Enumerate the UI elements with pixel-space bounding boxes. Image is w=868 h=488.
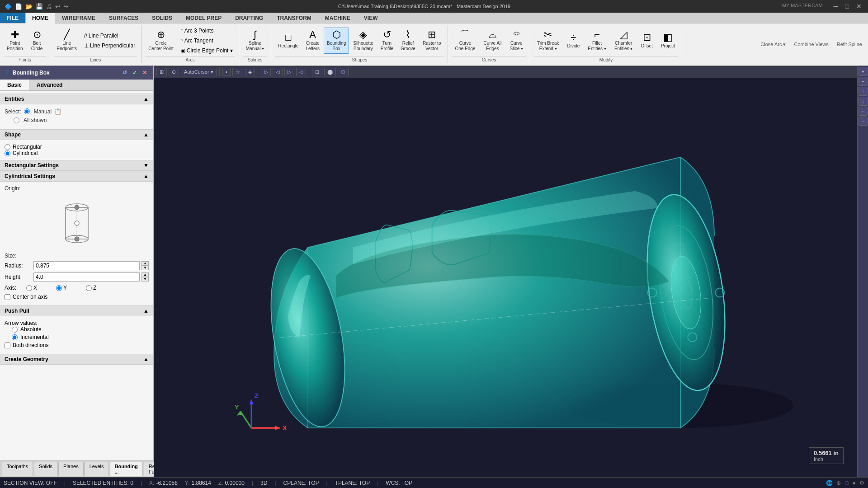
rp-btn-6[interactable]: →	[859, 117, 868, 126]
redo-icon[interactable]: ↪	[62, 3, 69, 10]
tab-machine[interactable]: MACHINE	[318, 13, 357, 23]
help-button[interactable]: ?	[5, 69, 9, 77]
tab-bounding[interactable]: Bounding ...	[110, 462, 143, 476]
btn-turn-profile[interactable]: ↺ TurnProfile	[377, 28, 396, 54]
ok-btn[interactable]: ✓	[131, 69, 139, 76]
rect-settings-header[interactable]: Rectangular Settings ▼	[0, 160, 153, 171]
vp-render1-btn[interactable]: ▷	[261, 68, 271, 76]
btn-divide[interactable]: ÷ Divide	[564, 30, 583, 51]
tab-home[interactable]: HOME	[25, 13, 55, 23]
print-icon[interactable]: 🖨	[45, 3, 53, 10]
vp-render4-btn[interactable]: ◁	[296, 68, 306, 76]
tab-view[interactable]: VIEW	[357, 13, 385, 23]
rectangular-radio[interactable]	[5, 144, 10, 150]
manual-radio[interactable]	[24, 108, 30, 114]
btn-create-letters[interactable]: A CreateLetters	[302, 28, 323, 54]
btn-spline-manual[interactable]: ∫ SplineManual ▾	[243, 28, 268, 54]
tab-file[interactable]: FILE	[0, 13, 25, 23]
tab-drafting[interactable]: DRAFTING	[228, 13, 270, 23]
btn-fillet[interactable]: ⌐ FilletEntities ▾	[585, 28, 609, 54]
tab-planes[interactable]: Planes	[58, 462, 84, 476]
recycle-btn[interactable]: ↺	[121, 69, 129, 76]
vp-trans-btn[interactable]: ⬡	[338, 68, 349, 76]
status-icon-5[interactable]: ⚙	[859, 480, 864, 486]
all-shown-radio[interactable]	[14, 117, 19, 123]
btn-trim-break[interactable]: ✂ Trim BreakExtend ▾	[534, 28, 562, 54]
tab-transform[interactable]: TRANSFORM	[270, 13, 318, 23]
btn-raster-vector[interactable]: ⊞ Raster toVector	[420, 28, 444, 54]
status-icon-3[interactable]: ⬡	[844, 480, 849, 486]
btn-point-position[interactable]: ✚ PointPosition	[4, 28, 26, 54]
btn-curve-one-edge[interactable]: ⌒ CurveOne Edge	[452, 28, 478, 54]
both-directions-checkbox[interactable]	[5, 343, 10, 348]
axis-y-radio[interactable]	[56, 285, 62, 291]
incremental-radio[interactable]	[12, 334, 18, 340]
rp-btn-2[interactable]: −	[859, 77, 868, 86]
btn-silhouette[interactable]: ◈ SilhouetteBoundary	[350, 28, 376, 54]
rp-btn-5[interactable]: ←	[859, 107, 868, 116]
btn-bounding-box[interactable]: ⬡ BoundingBox	[324, 28, 349, 54]
tab-surfaces[interactable]: SURFACES	[102, 13, 145, 23]
maximize-btn[interactable]: □	[843, 2, 852, 11]
height-input[interactable]	[33, 272, 140, 282]
vp-view2-btn[interactable]: ☆	[232, 68, 243, 76]
btn-arc-tangent[interactable]: ◝ Arc Tangent	[179, 36, 235, 45]
undo-icon[interactable]: ↩	[54, 3, 61, 10]
btn-project[interactable]: ◧ Project	[658, 30, 678, 51]
tab-solids[interactable]: SOLIDS	[145, 13, 179, 23]
entities-header[interactable]: Entities ▲	[0, 94, 153, 104]
vp-render2-btn[interactable]: ◁	[273, 68, 283, 76]
tab-wireframe[interactable]: WIREFRAME	[55, 13, 102, 23]
app-icon[interactable]: 🔷	[4, 3, 13, 10]
vp-view3-btn[interactable]: ◈	[245, 68, 255, 76]
vp-view1-btn[interactable]: •	[222, 68, 231, 76]
save-icon[interactable]: 💾	[35, 3, 44, 10]
tab-toolpaths[interactable]: Toolpaths	[2, 462, 33, 476]
btn-line-perpendicular[interactable]: ⊥ Line Perpendicular	[82, 41, 137, 50]
vp-wire-btn[interactable]: ⊡	[312, 68, 322, 76]
height-down-btn[interactable]: ▼	[142, 277, 149, 282]
absolute-radio[interactable]	[12, 327, 18, 333]
btn-line-endpoints[interactable]: ╱ LineEndpoints	[54, 28, 80, 54]
btn-curve-all-edges[interactable]: ⌓ Curve AllEdges	[481, 28, 505, 54]
radius-down-btn[interactable]: ▼	[142, 266, 149, 270]
status-icon-1[interactable]: 🌐	[826, 480, 833, 486]
btn-offset[interactable]: ⊡ Offset	[637, 30, 656, 51]
btn-circle-edge[interactable]: ◉ Circle Edge Point ▾	[179, 46, 235, 55]
shape-header[interactable]: Shape ▲	[0, 129, 153, 140]
btn-circle-center[interactable]: ⊕ CircleCenter Point	[145, 28, 177, 54]
new-icon[interactable]: 📄	[14, 3, 23, 10]
close-btn[interactable]: ✕	[854, 2, 864, 11]
btn-close-arc[interactable]: Close Arc ▾	[758, 40, 788, 49]
height-up-btn[interactable]: ▲	[142, 272, 149, 277]
btn-arc-3points[interactable]: ◜ Arc 3 Points	[179, 26, 235, 35]
rp-btn-1[interactable]: +	[859, 67, 868, 76]
tab-advanced[interactable]: Advanced	[29, 80, 70, 90]
axis-z-radio[interactable]	[86, 285, 92, 291]
btn-curve-slice[interactable]: ⌔ CurveSlice ▾	[507, 28, 526, 54]
tab-solids[interactable]: Solids	[34, 462, 57, 476]
tab-levels[interactable]: Levels	[85, 462, 109, 476]
select-icon[interactable]: 📋	[54, 108, 61, 115]
btn-combine-views[interactable]: Combine Views	[792, 40, 831, 48]
cyl-settings-header[interactable]: Cylindrical Settings ▲	[0, 171, 153, 182]
rp-btn-4[interactable]: ↓	[859, 97, 868, 106]
status-icon-4[interactable]: ●	[853, 480, 856, 486]
rp-btn-3[interactable]: ↑	[859, 87, 868, 96]
radius-input[interactable]	[33, 261, 140, 270]
push-pull-header[interactable]: Push Pull ▲	[0, 305, 153, 316]
model-area[interactable]: X Y Z 0.5661 in Inch	[154, 78, 857, 473]
btn-bolt-circle[interactable]: ⊙ BoltCircle	[28, 28, 46, 54]
btn-line-parallel[interactable]: // Line Parallel	[82, 31, 137, 40]
minimize-btn[interactable]: ─	[831, 2, 841, 11]
btn-rectangle[interactable]: □ Rectangle	[275, 30, 302, 51]
vp-shade-btn[interactable]: ⬤	[324, 68, 336, 76]
center-on-axis-checkbox[interactable]	[5, 294, 10, 300]
btn-chamfer[interactable]: ◿ ChamferEntities ▾	[611, 28, 636, 54]
tab-basic[interactable]: Basic	[0, 80, 29, 90]
axis-x-radio[interactable]	[26, 285, 32, 291]
create-geometry-header[interactable]: Create Geometry ▲	[0, 354, 153, 365]
vp-grid-btn[interactable]: ⊞	[156, 68, 167, 76]
open-icon[interactable]: 📂	[24, 3, 33, 10]
cancel-btn[interactable]: ✕	[141, 69, 149, 76]
